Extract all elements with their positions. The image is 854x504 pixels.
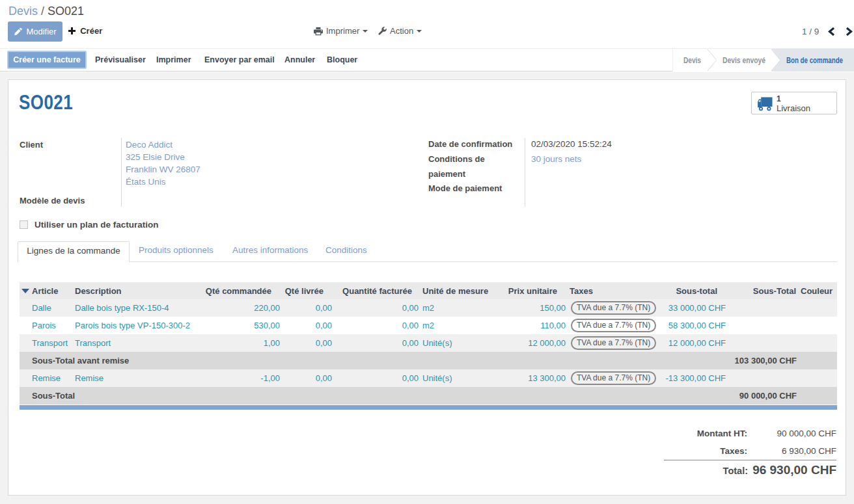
svg-text:Bon de commande: Bon de commande — [786, 55, 843, 65]
svg-text:Devis envoyé: Devis envoyé — [723, 55, 765, 65]
svg-text:Devis: Devis — [683, 55, 701, 65]
